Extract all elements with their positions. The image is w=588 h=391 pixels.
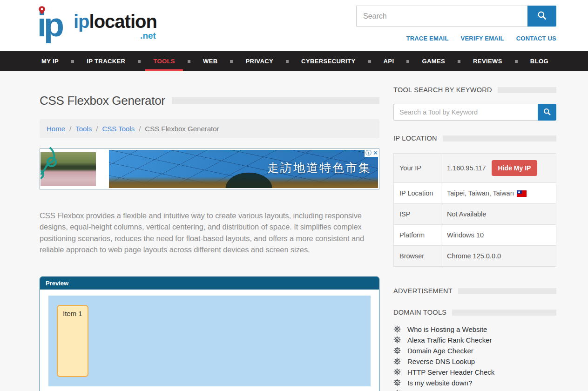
- domain-tool-link-hosting[interactable]: Who is Hosting a Website: [407, 326, 487, 333]
- header-right: TRACE EMAIL VERIFY EMAIL CONTACT US: [356, 0, 556, 51]
- ad-banner[interactable]: 走訪地道特色市集 ⓘ ✕: [40, 148, 379, 189]
- search-icon: [543, 108, 551, 117]
- preview-panel-body: Item 1: [40, 290, 379, 391]
- flex-preview-item[interactable]: Item 1: [57, 305, 88, 377]
- list-item: Who is Hosting a Website: [393, 325, 556, 333]
- location-pin-icon: [38, 6, 46, 17]
- browser-value: Chrome 125.0.0.0: [441, 246, 556, 267]
- heading-decor-bar: [452, 310, 556, 316]
- domain-tool-link-website-down[interactable]: Is my website down?: [407, 379, 472, 386]
- gear-icon: [393, 357, 401, 365]
- table-row: Your IP 1.160.95.117 Hide My IP: [394, 154, 556, 183]
- nav-item-reviews[interactable]: REVIEWS: [465, 51, 510, 71]
- breadcrumb-home[interactable]: Home: [47, 125, 65, 133]
- flex-preview-container: Item 1: [48, 296, 371, 386]
- domain-tool-link-reverse-dns[interactable]: Reverse DNS Lookup: [407, 358, 475, 365]
- nav-separator: [458, 60, 460, 63]
- nav-separator: [230, 60, 233, 63]
- breadcrumb-tools[interactable]: Tools: [75, 125, 92, 133]
- nav-separator: [515, 60, 518, 63]
- tool-search-input[interactable]: [393, 104, 538, 121]
- isp-value: Not Available: [441, 204, 556, 225]
- domain-tools-list: Who is Hosting a Website Alexa Traffic R…: [393, 325, 556, 391]
- nav-separator: [188, 60, 190, 63]
- breadcrumb-css-tools[interactable]: CSS Tools: [102, 125, 135, 133]
- tool-search-heading-row: TOOL SEARCH BY KEYWORD: [393, 86, 556, 94]
- gear-icon: [393, 368, 401, 376]
- ad-thumbnail-image: [41, 152, 96, 186]
- site-search: [356, 6, 556, 27]
- ip-location-value: Taipei, Taiwan, Taiwan: [447, 189, 514, 197]
- gear-icon: [393, 379, 401, 386]
- your-ip-value: 1.160.95.117: [447, 164, 486, 172]
- nav-item-tools[interactable]: TOOLS: [145, 51, 183, 71]
- nav-item-my-ip[interactable]: MY IP: [34, 51, 67, 71]
- ip-location-heading: IP LOCATION: [393, 135, 437, 142]
- list-item: HTTP Server Header Check: [393, 368, 556, 376]
- site-logo[interactable]: ip iplocation .net: [37, 7, 157, 51]
- nav-item-privacy[interactable]: PRIVACY: [237, 51, 281, 71]
- nav-item-ip-tracker[interactable]: IP TRACKER: [79, 51, 133, 71]
- logo-tld: .net: [140, 31, 156, 41]
- ip-location-table: Your IP 1.160.95.117 Hide My IP IP Locat…: [393, 153, 556, 267]
- trace-email-link[interactable]: TRACE EMAIL: [406, 35, 449, 42]
- list-item: Alexa Traffic Rank Checker: [393, 336, 556, 344]
- main-column: CSS Flexbox Generator Home / Tools / CSS…: [40, 71, 379, 391]
- content-area: CSS Flexbox Generator Home / Tools / CSS…: [0, 71, 588, 391]
- logo-monogram: ip: [37, 7, 72, 43]
- taiwan-flag-icon: [517, 190, 527, 197]
- tool-search: [393, 104, 556, 121]
- nav-item-blog[interactable]: BLOG: [522, 51, 556, 71]
- list-item: Domain Age Checker: [393, 347, 556, 354]
- gear-icon: [393, 347, 401, 354]
- platform-value: Windows 10: [441, 225, 556, 246]
- table-row: Browser Chrome 125.0.0.0: [394, 246, 556, 267]
- ip-location-heading-row: IP LOCATION: [393, 135, 556, 142]
- site-header: ip iplocation .net: [0, 0, 588, 51]
- site-search-button[interactable]: [527, 6, 556, 27]
- logo-word-ip: ip: [74, 11, 89, 32]
- table-row: ISP Not Available: [394, 204, 556, 225]
- nav-item-api[interactable]: API: [376, 51, 402, 71]
- table-row: IP Location Taipei, Taiwan, Taiwan: [394, 183, 556, 204]
- nav-item-games[interactable]: GAMES: [414, 51, 453, 71]
- hide-my-ip-button[interactable]: Hide My IP: [492, 160, 538, 176]
- domain-tools-heading-row: DOMAIN TOOLS: [393, 309, 556, 316]
- site-search-input[interactable]: [356, 6, 527, 27]
- ad-close-icon[interactable]: ✕: [373, 149, 378, 157]
- gear-icon: [393, 336, 401, 344]
- domain-tool-link-alexa[interactable]: Alexa Traffic Rank Checker: [407, 337, 492, 344]
- heading-decor-bar: [443, 135, 556, 142]
- nav-item-cybersecurity[interactable]: CYBERSECURITY: [293, 51, 363, 71]
- preview-panel-header: Preview: [40, 277, 379, 290]
- heading-decor-bar: [458, 288, 556, 294]
- ip-row-label: Platform: [394, 225, 441, 246]
- breadcrumb-separator: /: [139, 125, 141, 133]
- header-quick-links: TRACE EMAIL VERIFY EMAIL CONTACT US: [356, 35, 556, 42]
- table-row: Platform Windows 10: [394, 225, 556, 246]
- nav-item-web[interactable]: WEB: [195, 51, 226, 71]
- sidebar: TOOL SEARCH BY KEYWORD IP LOCATION: [393, 71, 556, 391]
- ad-info-icon[interactable]: ⓘ: [365, 149, 372, 157]
- logo-wordmark: iplocation .net: [74, 11, 157, 32]
- nav-separator: [286, 60, 289, 63]
- ad-overlay-text: 走訪地道特色市集: [267, 160, 372, 175]
- contact-us-link[interactable]: CONTACT US: [516, 35, 556, 42]
- title-decor-bar: [172, 97, 379, 104]
- breadcrumb-separator: /: [96, 125, 98, 133]
- ad-choices: ⓘ ✕: [365, 149, 379, 157]
- page-title: CSS Flexbox Generator: [40, 94, 165, 108]
- advertisement-heading-row: ADVERTISEMENT: [393, 287, 556, 295]
- domain-tool-link-domain-age[interactable]: Domain Age Checker: [407, 347, 473, 354]
- advertisement-heading: ADVERTISEMENT: [393, 287, 453, 295]
- ip-row-label: Browser: [394, 246, 441, 267]
- domain-tool-link-http-header[interactable]: HTTP Server Header Check: [407, 369, 494, 376]
- ip-row-label: ISP: [394, 204, 441, 225]
- verify-email-link[interactable]: VERIFY EMAIL: [461, 35, 504, 42]
- breadcrumb: Home / Tools / CSS Tools / CSS Flexbox G…: [40, 119, 379, 138]
- domain-tools-heading: DOMAIN TOOLS: [393, 309, 446, 316]
- preview-panel: Preview Item 1: [40, 276, 379, 391]
- nav-separator: [406, 60, 409, 63]
- ad-main-image: 走訪地道特色市集: [109, 150, 378, 188]
- tool-search-button[interactable]: [538, 104, 556, 121]
